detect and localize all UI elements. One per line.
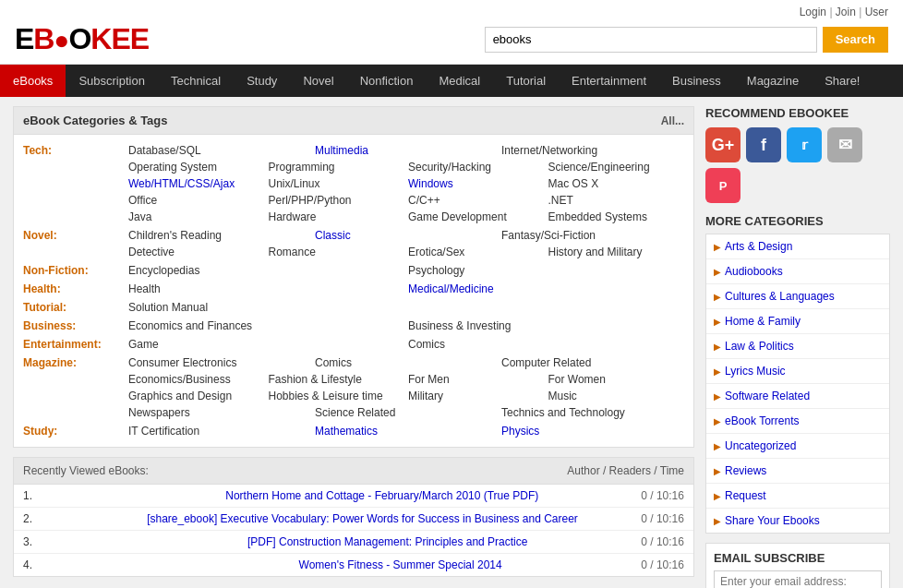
cat-cultures-link[interactable]: ▶ Cultures & Languages — [706, 284, 889, 308]
search-input[interactable] — [485, 27, 817, 53]
list-item: ▶ Audiobooks — [706, 259, 889, 284]
cat-label-magazine: Magazine: — [23, 354, 125, 371]
cat-psychology: Psychology — [404, 262, 684, 279]
cat-law-politics-link[interactable]: ▶ Law & Politics — [706, 334, 889, 358]
cat-reviews-link[interactable]: ▶ Reviews — [706, 459, 889, 483]
cat-music: Music — [545, 388, 685, 404]
email-subscribe-input[interactable] — [714, 570, 882, 588]
twitter-icon[interactable]: 𝕣 — [787, 127, 822, 162]
cat-solution: Solution Manual — [125, 299, 684, 316]
cat-erotica: Erotica/Sex — [404, 244, 545, 260]
rv-num: 3. — [23, 535, 32, 548]
cat-ebook-torrents-link[interactable]: ▶ eBook Torrents — [706, 409, 889, 433]
cat-science: Science/Engineering — [545, 159, 685, 175]
nav-novel[interactable]: Novel — [290, 65, 346, 97]
rv-link[interactable]: [PDF] Construction Management: Principle… — [247, 535, 527, 548]
cat-label-novel: Novel: — [23, 227, 125, 244]
cat-audiobooks-link[interactable]: ▶ Audiobooks — [706, 259, 889, 283]
recently-viewed-cols: Author / Readers / Time — [567, 464, 684, 477]
nav-tutorial[interactable]: Tutorial — [493, 65, 559, 97]
nav-ebooks[interactable]: eBooks — [0, 65, 66, 97]
cat-windows[interactable]: Windows — [404, 175, 545, 192]
list-item: ▶ Arts & Design — [706, 234, 889, 259]
email-subscribe-box: EMAIL SUBSCRIBE — [705, 543, 890, 588]
rv-link[interactable]: Northern Home and Cottage - February/Mar… — [225, 489, 538, 502]
nav-magazine[interactable]: Magazine — [734, 65, 812, 97]
list-item: ▶ Home & Family — [706, 309, 889, 334]
list-item: 4. Women's Fitness - Summer Special 2014… — [14, 554, 693, 576]
pocket-icon[interactable]: P — [705, 168, 740, 203]
cat-macos: Mac OS X — [545, 175, 685, 192]
email-subscribe-title: EMAIL SUBSCRIBE — [714, 551, 882, 565]
rv-num: 1. — [23, 489, 32, 502]
cat-arts-design-link[interactable]: ▶ Arts & Design — [706, 234, 889, 258]
user-link[interactable]: User — [865, 6, 888, 18]
facebook-icon[interactable]: f — [746, 127, 781, 162]
cat-home-family-link[interactable]: ▶ Home & Family — [706, 309, 889, 333]
nav-medical[interactable]: Medical — [426, 65, 493, 97]
nav-business[interactable]: Business — [659, 65, 734, 97]
google-plus-icon[interactable]: G+ — [705, 127, 740, 162]
cat-childrens: Children's Reading — [125, 227, 311, 244]
nav-entertainment[interactable]: Entertainment — [559, 65, 659, 97]
nav-study[interactable]: Study — [234, 65, 290, 97]
list-item: ▶ Law & Politics — [706, 334, 889, 359]
categories-box: eBook Categories & Tags All... Tech: Dat… — [13, 106, 694, 448]
cat-classic[interactable]: Classic — [311, 227, 498, 244]
list-item: ▶ eBook Torrents — [706, 409, 889, 434]
cat-security: Security/Hacking — [404, 159, 545, 175]
cat-request-link[interactable]: ▶ Request — [706, 484, 889, 508]
cat-medical[interactable]: Medical/Medicine — [404, 281, 684, 297]
recently-viewed-title: Recently Viewed eBooks: — [23, 464, 149, 477]
cat-uncategorized-link[interactable]: ▶ Uncategorized — [706, 434, 889, 458]
cat-dotnet: .NET — [545, 192, 685, 209]
recommend-title: RECOMMEND EBOOKEE — [705, 106, 890, 120]
search-button[interactable]: Search — [823, 27, 888, 53]
nav-subscription[interactable]: Subscription — [66, 65, 158, 97]
nav-technical[interactable]: Technical — [158, 65, 234, 97]
nav-nonfiction[interactable]: Nonfiction — [347, 65, 427, 97]
email-icon[interactable]: ✉ — [827, 127, 862, 162]
cat-it-cert: IT Certification — [125, 423, 311, 439]
list-item: 2. [share_ebook] Executive Vocabulary: P… — [14, 508, 693, 531]
cat-detective: Detective — [125, 244, 265, 260]
all-categories-link[interactable]: All... — [661, 114, 684, 127]
cat-economics: Economics and Finances — [125, 318, 404, 334]
login-link[interactable]: Login — [800, 6, 826, 18]
cat-database: Database/SQL — [125, 142, 311, 159]
list-item: ▶ Lyrics Music — [706, 359, 889, 384]
cat-fashion: Fashion & Lifestyle — [265, 371, 405, 388]
main-nav: eBooks Subscription Technical Study Nove… — [0, 65, 903, 97]
list-item: ▶ Share Your Ebooks — [706, 509, 889, 533]
cat-web[interactable]: Web/HTML/CSS/Ajax — [125, 175, 265, 192]
join-link[interactable]: Join — [836, 6, 856, 18]
cat-lyrics-music-link[interactable]: ▶ Lyrics Music — [706, 359, 889, 383]
more-categories-list: ▶ Arts & Design ▶ Audiobooks ▶ Cultures … — [705, 234, 890, 534]
cat-mathematics[interactable]: Mathematics — [311, 423, 498, 439]
rv-link[interactable]: Women's Fitness - Summer Special 2014 — [299, 558, 502, 571]
cat-label-business: Business: — [23, 318, 125, 334]
right-sidebar: RECOMMEND EBOOKEE G+ f 𝕣 ✉ P MORE CATEGO… — [705, 106, 890, 588]
cat-multimedia[interactable]: Multimedia — [311, 142, 498, 159]
rv-link[interactable]: [share_ebook] Executive Vocabulary: Powe… — [147, 512, 578, 525]
logo: EB●OKEE — [15, 22, 149, 56]
list-item: ▶ Cultures & Languages — [706, 284, 889, 309]
cat-physics[interactable]: Physics — [498, 423, 684, 439]
cat-software-link[interactable]: ▶ Software Related — [706, 384, 889, 408]
cat-internet: Internet/Networking — [498, 142, 684, 159]
list-item: ▶ Software Related — [706, 384, 889, 409]
cat-hardware: Hardware — [265, 209, 405, 225]
cat-gamedev: Game Development — [404, 209, 545, 225]
rv-stat: 0 / 10:16 — [641, 512, 684, 525]
rv-stat: 0 / 10:16 — [641, 489, 684, 502]
nav-share[interactable]: Share! — [812, 65, 873, 97]
cat-share-ebooks-link[interactable]: ▶ Share Your Ebooks — [706, 509, 889, 533]
cat-for-men: For Men — [404, 371, 545, 388]
cat-comics-ent: Comics — [404, 336, 684, 353]
cat-hobbies: Hobbies & Leisure time — [265, 388, 405, 404]
cat-label-health: Health: — [23, 281, 125, 297]
cat-history: History and Military — [545, 244, 685, 260]
cat-programming: Programming — [265, 159, 405, 175]
cat-game: Game — [125, 336, 404, 353]
cat-consumer-elec: Consumer Electronics — [125, 354, 311, 371]
